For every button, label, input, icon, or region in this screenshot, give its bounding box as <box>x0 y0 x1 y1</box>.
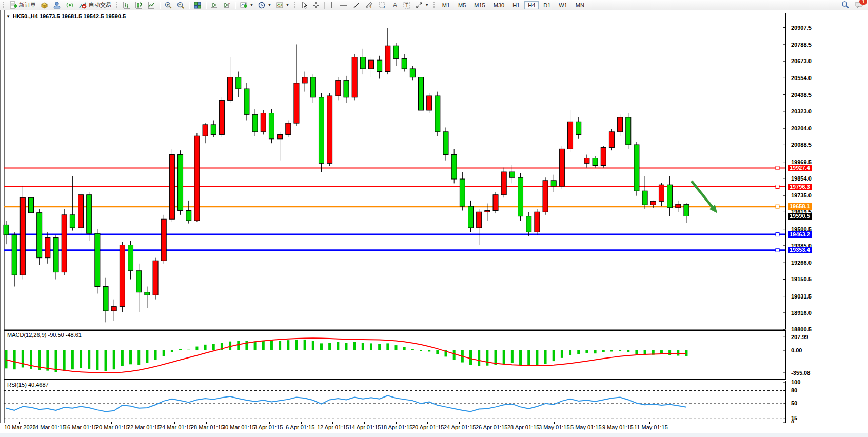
arrows-button[interactable]: ▼ <box>413 0 431 10</box>
vertical-line-button[interactable] <box>327 0 337 10</box>
trendline-button[interactable] <box>350 0 363 10</box>
candle <box>477 212 482 228</box>
timeframe-h1[interactable]: H1 <box>509 1 523 9</box>
timeframe-m5[interactable]: M5 <box>455 1 469 9</box>
macd-panel[interactable] <box>0 330 787 380</box>
hline-handle[interactable] <box>776 233 779 236</box>
macd-bar <box>337 342 339 350</box>
periods-button[interactable]: ▼ <box>255 0 273 10</box>
macd-bar <box>80 350 82 368</box>
fibo-retracement-button[interactable]: E <box>363 0 376 10</box>
zoom-out-button[interactable] <box>174 0 187 10</box>
search-icon[interactable] <box>841 0 850 10</box>
annotation-arrow[interactable] <box>692 181 714 209</box>
price-tick-label: 20554.0 <box>791 75 812 81</box>
rsi-panel[interactable] <box>0 381 787 423</box>
market-watch-icon <box>40 1 49 9</box>
price-tick-label: 20204.0 <box>791 125 812 131</box>
text-button[interactable]: A <box>389 0 401 10</box>
crosshair-button[interactable] <box>310 0 322 10</box>
zoom-in-button[interactable] <box>162 0 174 10</box>
hline-handle[interactable] <box>776 248 779 252</box>
fibo-fan-button[interactable]: F <box>376 0 389 10</box>
time-axis-label: 5 May 01:15 <box>570 424 602 430</box>
indicators-button[interactable]: ▼ <box>238 0 255 10</box>
toolbar-separator <box>189 2 189 9</box>
candle <box>211 125 216 135</box>
text-label-button[interactable]: T <box>401 0 413 10</box>
navigator-icon <box>53 1 62 9</box>
candle <box>584 158 589 164</box>
tile-windows-icon <box>193 1 202 9</box>
time-axis-label: 28 Apr 01:15 <box>507 424 539 430</box>
macd-bar <box>635 350 638 354</box>
macd-bar <box>328 343 331 350</box>
timeframe-w1[interactable]: W1 <box>555 1 571 9</box>
macd-bar <box>627 350 629 352</box>
hline-handle[interactable] <box>776 166 779 170</box>
candle <box>53 238 58 272</box>
timeframe-mn[interactable]: MN <box>572 1 588 9</box>
timeframe-m15[interactable]: M15 <box>470 1 488 9</box>
candle <box>684 204 689 216</box>
candle <box>261 113 266 132</box>
candle <box>568 122 573 149</box>
signals-icon <box>66 1 74 9</box>
new-order-label: 新订单 <box>19 1 36 9</box>
templates-button[interactable]: ▼ <box>273 0 291 10</box>
candlestick-chart-button[interactable] <box>133 0 145 10</box>
line-chart-button[interactable] <box>145 0 157 10</box>
candle <box>194 136 200 221</box>
candle <box>559 149 564 186</box>
line-chart-icon <box>147 1 155 9</box>
macd-bar <box>312 341 314 350</box>
dropdown-caret: ▼ <box>286 3 289 7</box>
hline-handle[interactable] <box>776 185 779 189</box>
new-order-button[interactable]: 新订单 <box>7 0 38 10</box>
macd-bar <box>187 350 190 350</box>
tile-windows-button[interactable] <box>191 0 204 10</box>
timeframe-d1[interactable]: D1 <box>540 1 554 9</box>
candle <box>244 89 249 114</box>
notifications-button[interactable]: 1 <box>855 1 864 10</box>
time-axis[interactable]: 10 Mar 202314 Mar 01:1516 Mar 01:1520 Ma… <box>0 423 868 433</box>
macd-bar <box>129 350 132 364</box>
chart-title-collapse-icon[interactable]: ▼ <box>6 14 10 19</box>
auto-scroll-icon <box>210 1 219 9</box>
time-tick <box>301 422 302 424</box>
macd-bar <box>569 350 571 355</box>
candle <box>427 96 432 110</box>
candle <box>286 123 291 134</box>
macd-bar <box>436 350 439 354</box>
candle <box>20 197 25 275</box>
macd-bar <box>345 343 347 350</box>
time-tick <box>364 422 365 424</box>
bar-chart-button[interactable] <box>121 0 133 10</box>
timeframe-m30[interactable]: M30 <box>490 1 508 9</box>
auto-scroll-button[interactable] <box>208 0 221 10</box>
main-chart-panel[interactable] <box>0 13 787 330</box>
hline-handle[interactable] <box>776 205 779 208</box>
chart-shift-button[interactable] <box>221 0 233 10</box>
macd-bar <box>270 340 273 350</box>
timeframe-group: M1M5M15M30H1H4D1W1MN <box>438 2 588 9</box>
window-bottom-edge <box>0 433 868 437</box>
macd-bar <box>295 340 298 350</box>
timeframe-h4[interactable]: H4 <box>524 1 539 9</box>
candle <box>435 96 440 132</box>
toolbar-separator <box>160 2 160 9</box>
horizontal-line-button[interactable] <box>337 0 350 10</box>
price-axis[interactable]: 20907.520788.520673.020554.020438.520323… <box>787 10 868 437</box>
toolbar-grip <box>3 2 5 8</box>
macd-bar <box>121 350 124 366</box>
market-watch-button[interactable] <box>38 0 51 10</box>
macd-bar <box>163 350 165 356</box>
autotrade-button[interactable]: 自动交易 <box>76 0 113 10</box>
signals-button[interactable] <box>64 0 76 10</box>
navigator-button[interactable] <box>51 0 64 10</box>
rsi-label: RSI(15) 40.4687 <box>7 382 49 388</box>
timeframe-m1[interactable]: M1 <box>439 1 453 9</box>
chart-window[interactable]: ▼HK50-,H4 19673.5 19681.5 19542.5 19590.… <box>0 10 868 437</box>
candle <box>410 69 415 77</box>
cursor-button[interactable] <box>299 0 310 10</box>
